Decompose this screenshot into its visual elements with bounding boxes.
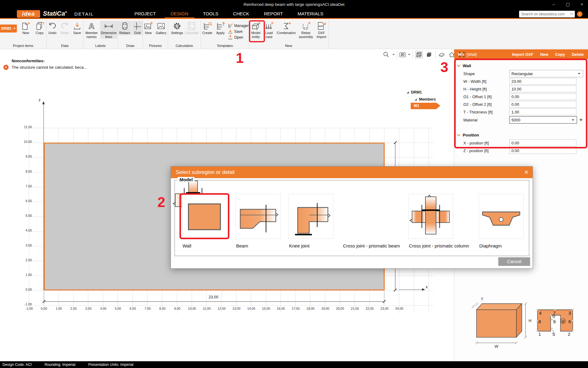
tab-project[interactable]: PROJECT [127, 9, 163, 18]
wireframe-view-button[interactable] [415, 51, 423, 59]
svg-text:DXF: DXF [318, 25, 323, 27]
z-tick-label: 5.00 [12, 208, 32, 223]
search-icon [570, 12, 574, 17]
tile-knee-joint[interactable] [288, 194, 334, 239]
dxf-import-button[interactable]: DXF DXF Import [315, 21, 328, 39]
search-input[interactable] [519, 12, 570, 16]
cancel-button[interactable]: Cancel [498, 257, 530, 266]
x-tick-label: 20.00 [333, 307, 347, 310]
import-dxf-button[interactable]: Import DXF [512, 52, 533, 57]
settings-button[interactable]: Settings [170, 21, 184, 35]
view-2d-button[interactable]: 2D [399, 52, 406, 57]
width-dimension-line [44, 301, 384, 302]
copy-icon [34, 21, 45, 31]
gallery-button[interactable]: Gallery [154, 21, 168, 35]
dialog-close-icon[interactable]: × [524, 169, 528, 176]
z-tick-label: 1.00 [12, 267, 32, 282]
solid-view-button[interactable] [425, 51, 433, 59]
new-picture-button[interactable]: New [143, 21, 154, 35]
model-group-label: Model [178, 177, 194, 182]
undo-button[interactable]: Undo [47, 21, 58, 35]
tab-tools[interactable]: TOOLS [196, 9, 226, 18]
template-open-icon [228, 35, 233, 40]
point-0: 0 [552, 313, 555, 319]
x-tick-label: 22.00 [362, 307, 377, 310]
nonconformity-item[interactable]: ✕ The structure cannot be calculated, be… [3, 65, 87, 70]
save-button[interactable]: Save [71, 21, 83, 35]
template-manager-button[interactable]: Manager [228, 23, 249, 28]
fit-view-button[interactable] [458, 51, 466, 59]
tab-check[interactable]: CHECK [226, 9, 257, 18]
ribbon-group-label: Labels [83, 44, 118, 49]
new-project-item-button[interactable]: New [19, 21, 32, 35]
tile-cross-joint-prismatic-column[interactable] [408, 194, 453, 239]
tree-expander-icon[interactable] [415, 98, 417, 101]
button-label: Create [202, 31, 212, 35]
search-box[interactable] [519, 11, 575, 17]
clip-view-button[interactable] [438, 51, 446, 59]
rebar-assembly-button[interactable]: Rebar assembly [298, 21, 314, 39]
panel-copy-button[interactable]: Copy [555, 52, 565, 57]
point-3: 3 [568, 310, 571, 316]
ribbon-group-label: Draw [118, 44, 143, 49]
z-tick-label: 10.00 [12, 134, 32, 149]
button-label: Rebar assembly [298, 31, 314, 39]
combination-button[interactable]: Combination [275, 21, 297, 35]
minimize-button[interactable]: – [548, 1, 560, 8]
x-tick-label: 18.00 [303, 307, 318, 310]
x-axis-arrow [422, 288, 425, 291]
chevron-down-icon[interactable] [392, 54, 395, 55]
button-label: Undo [48, 31, 56, 35]
redo-button[interactable]: Redo [59, 21, 70, 35]
z-tick-label: 6.00 [12, 194, 32, 208]
point-8: 8 [538, 319, 541, 324]
rebars-icon [119, 21, 130, 31]
tab-materials[interactable]: MATERIALS [290, 9, 331, 18]
dim-t-label: T [481, 297, 483, 301]
panel-delete-button[interactable]: Delete [572, 52, 584, 57]
tab-design[interactable]: DESIGN [163, 9, 196, 18]
point-1: 1 [538, 332, 541, 337]
button-label: New [22, 31, 29, 35]
tree-node-w1-selected[interactable]: W1 [411, 103, 436, 109]
tile-label-wall: Wall [183, 243, 191, 248]
gear-icon [172, 21, 182, 31]
template-save-icon [228, 29, 233, 34]
template-apply-button[interactable]: Apply [214, 21, 227, 35]
maximize-button[interactable]: ▢ [562, 1, 574, 8]
panel-new-button[interactable]: New [540, 52, 548, 57]
template-save-button[interactable]: Save [228, 29, 249, 34]
tile-label-cross-column: Cross joint - prismatic column [409, 243, 469, 248]
project-selector[interactable]: DRM1 [0, 25, 17, 33]
dimension-lines-button[interactable]: Dimension lines [100, 21, 117, 39]
template-create-button[interactable]: Create [201, 21, 214, 35]
x-tick-label: 9.00 [170, 307, 184, 310]
button-label: Rebars [119, 31, 130, 35]
zoom-tool-button[interactable] [382, 51, 390, 59]
info-icon[interactable]: i [577, 11, 582, 17]
close-button[interactable]: × [576, 1, 588, 8]
button-label: Redo [61, 31, 69, 35]
dxf-import-icon: DXF [316, 21, 327, 31]
x-tick-label: 0.00 [36, 307, 51, 310]
tree-node-members[interactable]: Members [415, 97, 436, 102]
member-names-button[interactable]: A Member names [84, 21, 100, 39]
chevron-down-icon[interactable] [408, 54, 410, 55]
tile-beam[interactable] [236, 194, 281, 239]
rebars-button[interactable]: Rebars [118, 21, 131, 35]
point-9: 9 [553, 319, 556, 324]
tab-report[interactable]: REPORT [257, 9, 290, 18]
dim-w-label: W [495, 344, 499, 349]
project-selector-label: DRM1 [1, 26, 12, 31]
tree-node-drm1[interactable]: DRM1 [407, 90, 422, 94]
copy-button[interactable]: Copy [33, 21, 46, 35]
calculate-button[interactable]: Calculate [185, 21, 199, 35]
home-view-button[interactable] [448, 51, 456, 59]
template-open-button[interactable]: Open [228, 35, 249, 40]
tile-diaphragm[interactable] [479, 194, 524, 239]
x-tick-label: 15.00 [259, 307, 273, 310]
button-label: Save [73, 31, 81, 35]
grid-button[interactable]: Grid [132, 21, 143, 35]
tree-expander-icon[interactable] [407, 91, 409, 94]
load-case-button[interactable]: Load case [263, 21, 275, 39]
